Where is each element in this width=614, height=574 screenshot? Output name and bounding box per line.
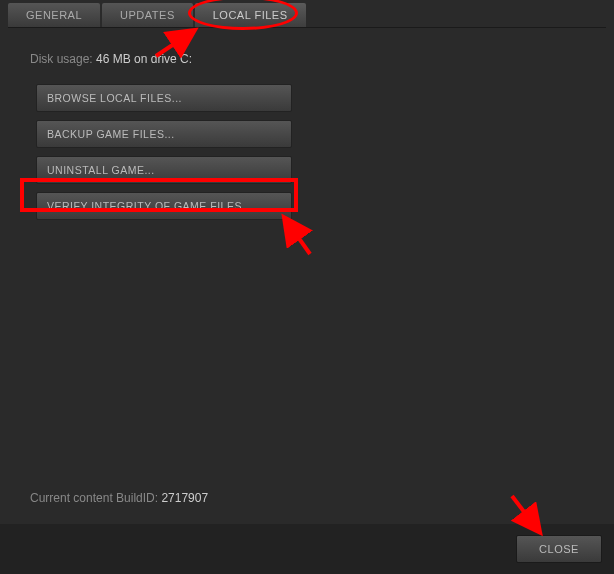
disk-usage: Disk usage: 46 MB on drive C: [8,52,606,66]
verify-integrity-button[interactable]: VERIFY INTEGRITY OF GAME FILES... [36,192,292,220]
content-area: Disk usage: 46 MB on drive C: BROWSE LOC… [8,27,606,515]
tab-general[interactable]: GENERAL [8,3,100,27]
disk-usage-value: 46 MB on drive C: [96,52,192,66]
backup-game-files-button[interactable]: BACKUP GAME FILES... [36,120,292,148]
browse-local-files-button[interactable]: BROWSE LOCAL FILES... [36,84,292,112]
build-id-label: Current content BuildID: [30,491,161,505]
footer: CLOSE [0,524,614,574]
uninstall-game-button[interactable]: UNINSTALL GAME... [36,156,292,184]
build-id: Current content BuildID: 2717907 [30,491,208,505]
tab-local-files[interactable]: LOCAL FILES [195,3,306,27]
close-button[interactable]: CLOSE [516,535,602,563]
build-id-value: 2717907 [161,491,208,505]
disk-usage-label: Disk usage: [30,52,96,66]
tab-updates[interactable]: UPDATES [102,3,193,27]
button-list: BROWSE LOCAL FILES... BACKUP GAME FILES.… [8,84,606,220]
tab-bar: GENERAL UPDATES LOCAL FILES [0,0,614,27]
